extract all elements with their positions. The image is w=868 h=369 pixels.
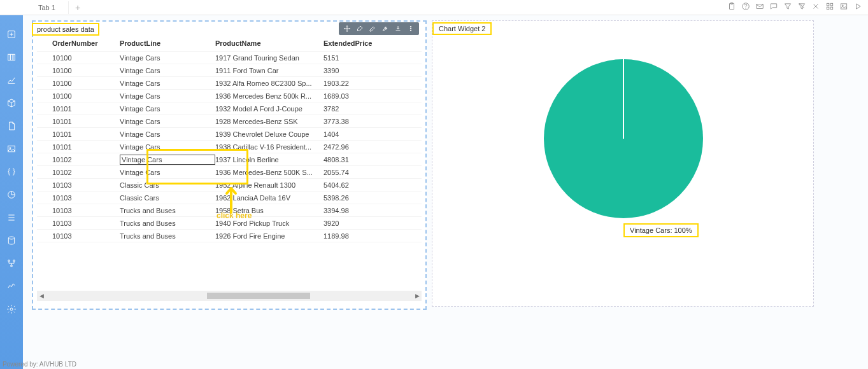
cell-productname[interactable]: 1940 Ford Pickup Truck [215,219,324,227]
scroll-left-icon[interactable]: ◀ [37,293,46,299]
cell-productline[interactable]: Classic Cars [120,181,215,189]
cell-price[interactable]: 3920 [324,219,387,227]
table-row[interactable]: 10103Classic Cars1952 Alpine Renault 130… [37,179,422,191]
clipboard-icon[interactable] [727,1,737,11]
cell-price[interactable]: 1189.98 [324,232,387,240]
cell-productline[interactable]: Trucks and Buses [120,219,215,227]
cell-order[interactable]: 10103 [37,219,120,227]
col-ordernumber[interactable]: OrderNumber [37,39,120,47]
cell-order[interactable]: 10100 [37,92,120,100]
cell-productname[interactable]: 1939 Chevrolet Deluxe Coupe [215,130,324,138]
table-row[interactable]: 10102Vintage Cars1937 Lincoln Berline480… [37,153,422,166]
cell-order[interactable]: 10103 [37,181,120,189]
cell-productline[interactable]: Vintage Cars [120,143,215,151]
cell-order[interactable]: 10100 [37,54,120,62]
cell-productname[interactable]: 1936 Mercedes-Benz 500K S... [215,169,324,176]
horizontal-scrollbar[interactable]: ◀ ▶ [37,291,422,301]
cell-price[interactable]: 1903.22 [324,80,387,87]
brush-icon[interactable] [355,24,364,33]
scrollbar-thumb[interactable] [207,293,309,299]
cell-order[interactable]: 10100 [37,80,120,87]
cell-order[interactable]: 10100 [37,67,120,74]
cell-order[interactable]: 10102 [37,156,120,164]
table-row[interactable]: 10101Vintage Cars1939 Chevrolet Deluxe C… [37,128,422,141]
filter-clear-icon[interactable] [797,1,807,11]
cell-price[interactable]: 1689.03 [324,92,387,100]
image-icon[interactable] [839,1,849,11]
sidebar-list-icon[interactable] [5,211,18,224]
cell-productline[interactable]: Trucks and Buses [120,232,215,240]
cell-productname[interactable]: 1937 Lincoln Berline [215,156,324,164]
sidebar-braces-icon[interactable] [5,165,18,178]
table-row[interactable]: 10101Vintage Cars1932 Model A Ford J-Cou… [37,102,422,115]
cell-price[interactable]: 2472.96 [324,143,387,151]
col-productname[interactable]: ProductName [215,39,324,47]
more-icon[interactable] [406,24,415,33]
sidebar-add-icon[interactable] [5,28,18,41]
sidebar-box-icon[interactable] [5,97,18,109]
cell-price[interactable]: 2055.74 [324,169,387,176]
cell-productname[interactable]: 1932 Alfa Romeo 8C2300 Sp... [215,80,324,87]
cell-price[interactable]: 3394.98 [324,207,387,214]
tools-icon[interactable] [811,1,821,11]
sidebar-chart-icon[interactable] [5,74,18,87]
cell-productname[interactable]: 1938 Cadillac V-16 President... [215,143,324,151]
cell-productname[interactable]: 1911 Ford Town Car [215,67,324,74]
sidebar-pie-icon[interactable] [5,188,18,201]
cell-order[interactable]: 10101 [37,118,120,125]
chart-widget[interactable]: Chart Widget 2 Vintage Cars: 100% [432,20,814,307]
table-body[interactable]: 10100Vintage Cars1917 Grand Touring Seda… [37,52,422,291]
cell-order[interactable]: 10102 [37,169,120,176]
cell-productline[interactable]: Vintage Cars [120,105,215,113]
table-row[interactable]: 10100Vintage Cars1917 Grand Touring Seda… [37,52,422,64]
filter-icon[interactable] [783,1,793,11]
sidebar-data-icon[interactable] [5,234,18,247]
cell-productline[interactable]: Vintage Cars [120,80,215,87]
table-row[interactable]: 10100Vintage Cars1932 Alfa Romeo 8C2300 … [37,77,422,90]
cell-order[interactable]: 10101 [37,105,120,113]
table-row[interactable]: 10103Classic Cars1962 LanciaA Delta 16V5… [37,191,422,204]
cell-productname[interactable]: 1936 Mercedes Benz 500k R... [215,92,324,100]
cell-order[interactable]: 10103 [37,232,120,240]
cell-productname[interactable]: 1932 Model A Ford J-Coupe [215,105,324,113]
cell-price[interactable]: 5404.62 [324,181,387,189]
move-icon[interactable] [343,24,352,33]
cell-order[interactable]: 10103 [37,194,120,202]
cell-productname[interactable]: 1962 LanciaA Delta 16V [215,194,324,202]
table-widget[interactable]: product sales data OrderNumber ProductLi… [32,20,427,310]
cell-price[interactable]: 5398.26 [324,194,387,202]
cell-order[interactable]: 10103 [37,207,120,214]
table-row[interactable]: 10100Vintage Cars1911 Ford Town Car3390 [37,64,422,77]
cell-price[interactable]: 3773.38 [324,118,387,125]
cell-productline[interactable]: Vintage Cars [120,92,215,100]
table-row[interactable]: 10101Vintage Cars1928 Mercedes-Benz SSK3… [37,115,422,128]
sidebar-network-icon[interactable] [5,257,18,270]
help-icon[interactable] [741,1,751,11]
table-row[interactable]: 10102Vintage Cars1936 Mercedes-Benz 500K… [37,166,422,179]
cell-price[interactable]: 1404 [324,130,387,138]
cell-productline[interactable]: Vintage Cars [120,155,215,165]
cell-order[interactable]: 10101 [37,130,120,138]
cell-productname[interactable]: 1917 Grand Touring Sedan [215,54,324,62]
table-row[interactable]: 10103Trucks and Buses1958 Setra Bus3394.… [37,204,422,217]
table-row[interactable]: 10100Vintage Cars1936 Mercedes Benz 500k… [37,90,422,102]
cell-productname[interactable]: 1926 Ford Fire Engine [215,232,324,240]
cell-productline[interactable]: Vintage Cars [120,169,215,176]
cell-productname[interactable]: 1958 Setra Bus [215,207,324,214]
edit-icon[interactable] [368,24,377,33]
wrench-icon[interactable] [381,24,390,33]
col-extendedprice[interactable]: ExtendedPrice [324,39,387,47]
tab-1[interactable]: Tab 1 [25,1,69,14]
table-row[interactable]: 10103Trucks and Buses1940 Ford Pickup Tr… [37,217,422,230]
cell-productline[interactable]: Vintage Cars [120,67,215,74]
cell-order[interactable]: 10101 [37,143,120,151]
sidebar-columns-icon[interactable] [5,51,18,64]
grid-icon[interactable] [825,1,835,11]
sidebar-trend-icon[interactable] [5,280,18,293]
tab-add-button[interactable]: + [69,3,87,13]
pie-chart[interactable] [544,59,703,218]
table-row[interactable]: 10103Trucks and Buses1926 Ford Fire Engi… [37,230,422,242]
scroll-right-icon[interactable]: ▶ [413,293,422,299]
table-row[interactable]: 10101Vintage Cars1938 Cadillac V-16 Pres… [37,141,422,153]
comment-icon[interactable] [769,1,779,11]
